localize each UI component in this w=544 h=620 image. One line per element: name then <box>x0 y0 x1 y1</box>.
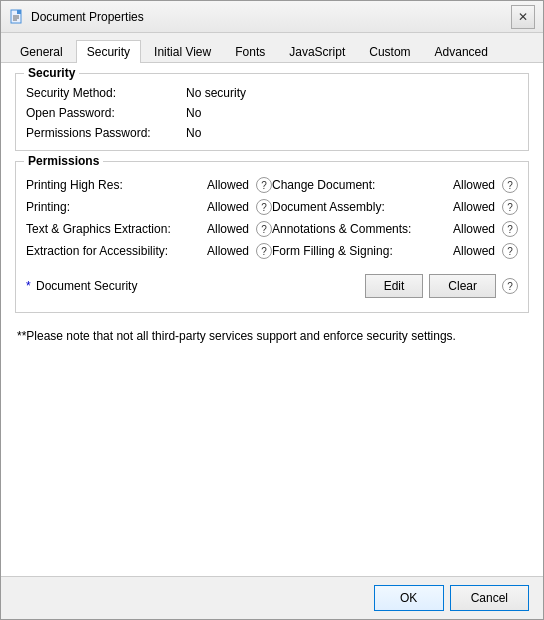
help-icon-extraction[interactable]: ? <box>256 243 272 259</box>
help-icon-annotations[interactable]: ? <box>502 221 518 237</box>
clear-button[interactable]: Clear <box>429 274 496 298</box>
title-bar: Document Properties ✕ <box>1 1 543 33</box>
perm-annotations-value: Allowed <box>453 222 498 236</box>
document-properties-window: Document Properties ✕ General Security I… <box>0 0 544 620</box>
permissions-group-label: Permissions <box>24 154 103 168</box>
svg-rect-1 <box>17 10 21 14</box>
tab-initial-view[interactable]: Initial View <box>143 40 222 63</box>
perm-text-graphics-label: Text & Graphics Extraction: <box>26 222 207 236</box>
open-password-label: Open Password: <box>26 106 186 120</box>
help-icon-doc-assembly[interactable]: ? <box>502 199 518 215</box>
perm-row-printing: Printing: Allowed ? <box>26 196 272 218</box>
doc-security-label: * Document Security <box>26 279 365 293</box>
ok-button[interactable]: OK <box>374 585 444 611</box>
perm-extraction-value: Allowed <box>207 244 252 258</box>
doc-security-text: Document Security <box>36 279 137 293</box>
perm-doc-assembly-value: Allowed <box>453 200 498 214</box>
security-group-label: Security <box>24 66 79 80</box>
perm-printing-high-res-label: Printing High Res: <box>26 178 207 192</box>
right-permissions: Change Document: Allowed ? Document Asse… <box>272 174 518 262</box>
help-icon-printing[interactable]: ? <box>256 199 272 215</box>
perm-form-filling-value: Allowed <box>453 244 498 258</box>
help-icon-form-filling[interactable]: ? <box>502 243 518 259</box>
tab-javascript[interactable]: JavaScript <box>278 40 356 63</box>
perm-row-text-graphics: Text & Graphics Extraction: Allowed ? <box>26 218 272 240</box>
permissions-password-value: No <box>186 126 201 140</box>
permissions-footer: * Document Security Edit Clear ? <box>26 270 518 302</box>
perm-row-extraction: Extraction for Accessibility: Allowed ? <box>26 240 272 262</box>
perm-row-annotations: Annotations & Comments: Allowed ? <box>272 218 518 240</box>
edit-clear-buttons: Edit Clear ? <box>365 274 518 298</box>
tab-security[interactable]: Security <box>76 40 141 63</box>
perm-row-change-doc: Change Document: Allowed ? <box>272 174 518 196</box>
perm-change-doc-label: Change Document: <box>272 178 453 192</box>
perm-printing-label: Printing: <box>26 200 207 214</box>
perm-extraction-label: Extraction for Accessibility: <box>26 244 207 258</box>
close-button[interactable]: ✕ <box>511 5 535 29</box>
permissions-password-row: Permissions Password: No <box>26 126 518 140</box>
security-group: Security Security Method: No security Op… <box>15 73 529 151</box>
open-password-value: No <box>186 106 201 120</box>
permissions-group: Permissions Printing High Res: Allowed ?… <box>15 161 529 313</box>
perm-row-doc-assembly: Document Assembly: Allowed ? <box>272 196 518 218</box>
security-method-row: Security Method: No security <box>26 86 518 100</box>
bottom-bar: OK Cancel <box>1 576 543 619</box>
content-area: Security Security Method: No security Op… <box>1 63 543 576</box>
help-icon-printing-high-res[interactable]: ? <box>256 177 272 193</box>
perm-annotations-label: Annotations & Comments: <box>272 222 453 236</box>
perm-change-doc-value: Allowed <box>453 178 498 192</box>
note-text: **Please note that not all third-party s… <box>15 329 529 343</box>
perm-row-form-filling: Form Filling & Signing: Allowed ? <box>272 240 518 262</box>
tab-advanced[interactable]: Advanced <box>424 40 499 63</box>
security-method-value: No security <box>186 86 246 100</box>
help-icon-doc-security[interactable]: ? <box>502 278 518 294</box>
tab-general[interactable]: General <box>9 40 74 63</box>
perm-text-graphics-value: Allowed <box>207 222 252 236</box>
app-icon <box>9 9 25 25</box>
security-method-label: Security Method: <box>26 86 186 100</box>
perm-row-printing-high-res: Printing High Res: Allowed ? <box>26 174 272 196</box>
tab-bar: General Security Initial View Fonts Java… <box>1 33 543 63</box>
left-permissions: Printing High Res: Allowed ? Printing: A… <box>26 174 272 262</box>
permissions-grid: Printing High Res: Allowed ? Printing: A… <box>26 174 518 262</box>
perm-printing-value: Allowed <box>207 200 252 214</box>
permissions-password-label: Permissions Password: <box>26 126 186 140</box>
perm-form-filling-label: Form Filling & Signing: <box>272 244 453 258</box>
help-icon-text-graphics[interactable]: ? <box>256 221 272 237</box>
perm-doc-assembly-label: Document Assembly: <box>272 200 453 214</box>
edit-button[interactable]: Edit <box>365 274 424 298</box>
tab-custom[interactable]: Custom <box>358 40 421 63</box>
star-marker: * <box>26 279 34 293</box>
perm-printing-high-res-value: Allowed <box>207 178 252 192</box>
title-bar-left: Document Properties <box>9 9 144 25</box>
help-icon-change-doc[interactable]: ? <box>502 177 518 193</box>
window-title: Document Properties <box>31 10 144 24</box>
cancel-button[interactable]: Cancel <box>450 585 529 611</box>
open-password-row: Open Password: No <box>26 106 518 120</box>
tab-fonts[interactable]: Fonts <box>224 40 276 63</box>
